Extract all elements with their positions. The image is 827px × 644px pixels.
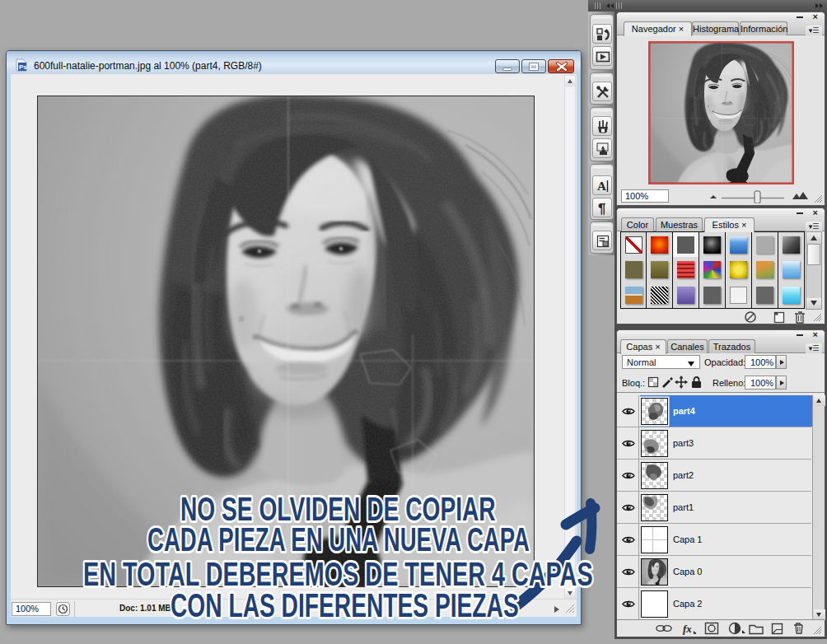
svg-text:Ps: Ps (19, 63, 27, 71)
svg-text:A: A (597, 180, 606, 193)
svg-text:¶: ¶ (598, 201, 605, 217)
svg-text:fx: fx (683, 623, 692, 635)
